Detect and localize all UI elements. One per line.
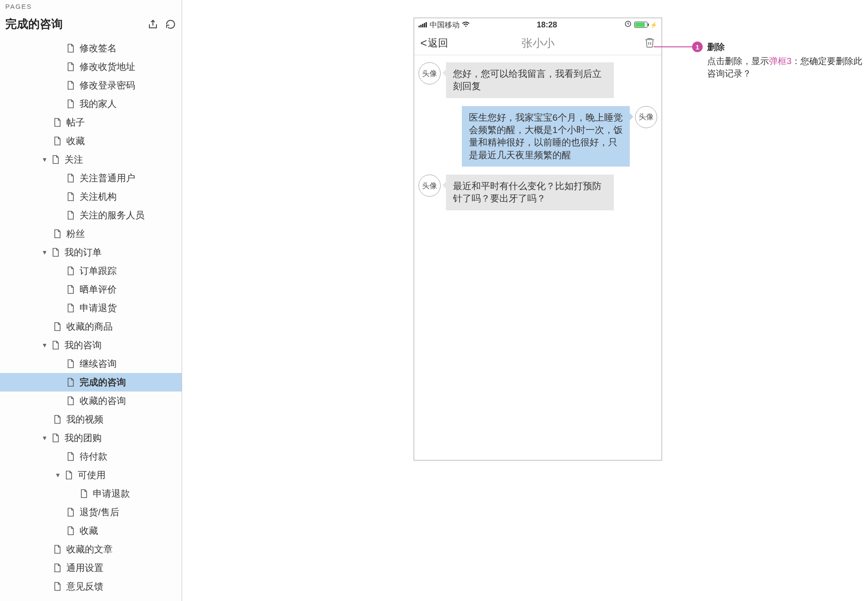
tree-item[interactable]: ▼我的订单 <box>0 243 182 262</box>
tree-item[interactable]: 完成的咨询 <box>0 373 182 392</box>
tree-item-label: 意见反馈 <box>66 580 103 593</box>
avatar[interactable]: 头像 <box>635 106 657 128</box>
tree-item-label: 收藏 <box>80 525 98 537</box>
tree-item[interactable]: 修改登录密码 <box>0 76 182 95</box>
tree-item[interactable]: 关注的服务人员 <box>0 206 182 224</box>
tree-item-label: 关注机构 <box>80 190 117 203</box>
page-icon <box>53 322 62 331</box>
tree-item[interactable]: 我的家人 <box>0 95 182 113</box>
tree-item[interactable]: 修改收货地址 <box>0 57 182 76</box>
tree-item[interactable]: 关注普通用户 <box>0 169 182 187</box>
annotation-marker[interactable]: 1 <box>692 42 703 52</box>
annotation-link[interactable]: 弹框3 <box>769 56 792 66</box>
chevron-down-icon[interactable]: ▼ <box>41 156 49 164</box>
page-icon <box>51 155 60 164</box>
page-icon <box>80 489 88 498</box>
tree-item[interactable]: 粉丝 <box>0 224 182 243</box>
tree-item[interactable]: ▼我的咨询 <box>0 336 182 354</box>
tree-item[interactable]: 申请退货 <box>0 299 182 317</box>
page-icon <box>66 285 75 294</box>
avatar[interactable]: 头像 <box>419 175 441 197</box>
page-icon <box>66 303 75 313</box>
tree-item-label: 修改签名 <box>80 42 117 54</box>
tree-item[interactable]: 修改签名 <box>0 39 182 57</box>
tree-item[interactable]: 收藏 <box>0 521 182 540</box>
tree-item-label: 晒单评价 <box>80 283 117 296</box>
tree-item-label: 我的家人 <box>80 98 117 110</box>
tree-item[interactable]: 退货/售后 <box>0 503 182 521</box>
tree-item-label: 修改收货地址 <box>80 61 135 73</box>
status-left: 中国移动 <box>419 20 469 30</box>
annotation-title: 删除 <box>707 41 866 53</box>
avatar[interactable]: 头像 <box>419 62 441 84</box>
page-icon <box>53 118 62 127</box>
tree-item[interactable]: 关注机构 <box>0 187 182 206</box>
page-icon <box>66 507 75 517</box>
delete-button[interactable] <box>644 36 655 50</box>
refresh-icon[interactable] <box>165 19 176 30</box>
tree-item-label: 粉丝 <box>66 228 85 240</box>
tree-item[interactable]: 我的视频 <box>0 410 182 429</box>
annotation-desc: 点击删除，显示弹框3：您确定要删除此咨询记录？ <box>707 55 866 80</box>
page-icon <box>66 377 75 387</box>
design-canvas: 中国移动 18:28 ⚡ < 返回 张小小 <box>182 0 868 601</box>
page-icon <box>66 210 75 220</box>
status-bar: 中国移动 18:28 ⚡ <box>414 18 662 31</box>
header-actions <box>147 19 176 30</box>
tree-item-label: 收藏 <box>66 135 85 147</box>
page-title-row: 完成的咨询 <box>0 14 182 36</box>
tree-item[interactable]: 待付款 <box>0 447 182 466</box>
tree-item[interactable]: 申请退款 <box>0 484 182 503</box>
page-icon <box>66 359 75 369</box>
tree-item[interactable]: 晒单评价 <box>0 280 182 299</box>
carrier-label: 中国移动 <box>430 20 460 30</box>
tree-item-label: 继续咨询 <box>80 358 117 370</box>
page-icon <box>66 99 75 109</box>
tree-item-label: 关注普通用户 <box>80 172 135 184</box>
tree-item[interactable]: 收藏的文章 <box>0 540 182 559</box>
chevron-down-icon[interactable]: ▼ <box>54 471 62 479</box>
tree-item-label: 我的订单 <box>65 246 102 259</box>
tree-item-label: 我的咨询 <box>65 339 102 351</box>
page-icon <box>66 266 75 276</box>
tree-item[interactable]: ▼可使用 <box>0 466 182 484</box>
tree-item-label: 关注 <box>65 153 83 166</box>
tree-item[interactable]: 意见反馈 <box>0 577 182 596</box>
tree-item[interactable]: 帖子 <box>0 113 182 132</box>
tree-item-label: 收藏的商品 <box>66 320 113 333</box>
tree-item[interactable]: 订单跟踪 <box>0 262 182 280</box>
page-icon <box>65 470 73 480</box>
page-icon <box>66 43 75 53</box>
tree-item[interactable]: 通用设置 <box>0 559 182 577</box>
page-icon <box>66 526 75 536</box>
back-label: 返回 <box>428 36 448 50</box>
page-icon <box>51 433 60 443</box>
tree-item[interactable]: 收藏的咨询 <box>0 392 182 410</box>
tree-item[interactable]: 收藏 <box>0 132 182 150</box>
nav-bar: < 返回 张小小 <box>414 31 662 55</box>
tree-item-label: 可使用 <box>78 469 106 481</box>
chevron-down-icon[interactable]: ▼ <box>41 248 49 256</box>
tree-item-label: 收藏的文章 <box>66 543 113 555</box>
tree-item[interactable]: ▼关注 <box>0 150 182 169</box>
chevron-down-icon[interactable]: ▼ <box>41 341 49 349</box>
page-icon <box>51 340 60 350</box>
tree-item-label: 帖子 <box>66 116 85 129</box>
page-icon <box>66 452 75 461</box>
page-icon <box>66 396 75 406</box>
wifi-icon <box>462 20 469 29</box>
share-icon[interactable] <box>147 19 159 30</box>
charging-icon: ⚡ <box>650 22 657 28</box>
chevron-left-icon: < <box>420 36 427 50</box>
tree-item[interactable]: 收藏的商品 <box>0 317 182 336</box>
back-button[interactable]: < 返回 <box>420 36 448 50</box>
chevron-down-icon[interactable]: ▼ <box>41 434 49 442</box>
page-icon <box>66 173 75 183</box>
pages-tree[interactable]: 修改签名修改收货地址修改登录密码我的家人帖子收藏▼关注关注普通用户关注机构关注的… <box>0 36 182 601</box>
message-bubble: 您好，您可以给我留言，我看到后立刻回复 <box>446 62 614 98</box>
page-icon <box>53 136 62 146</box>
tree-item[interactable]: 继续咨询 <box>0 354 182 373</box>
tree-item[interactable]: ▼我的团购 <box>0 429 182 447</box>
page-icon <box>53 563 62 573</box>
page-icon <box>51 247 60 257</box>
